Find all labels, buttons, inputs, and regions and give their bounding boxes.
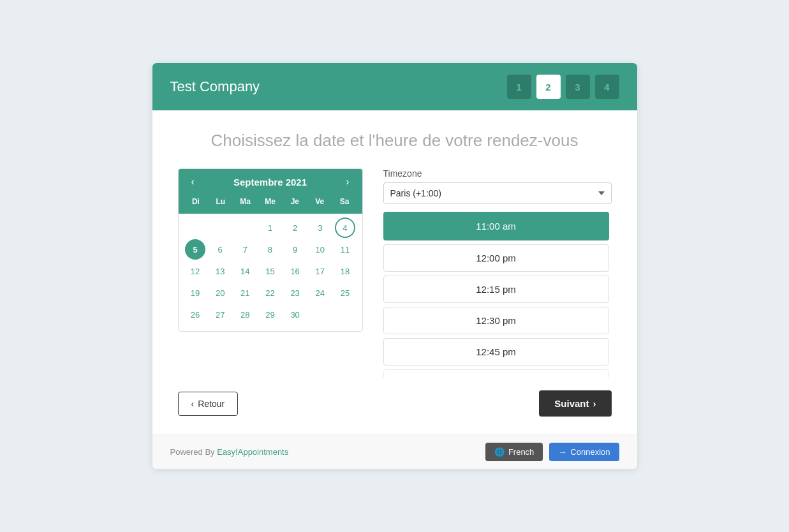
day-header-ma: Ma bbox=[233, 195, 258, 209]
timezone-label: Timezone bbox=[383, 168, 612, 179]
bottom-actions: 🌐 French → Connexion bbox=[485, 443, 619, 461]
cal-day-empty bbox=[310, 304, 330, 325]
step-2-button[interactable]: 2 bbox=[536, 75, 561, 99]
next-button[interactable]: Suivant › bbox=[539, 390, 611, 417]
day-header-lu: Lu bbox=[208, 195, 233, 209]
cal-day-9[interactable]: 9 bbox=[285, 239, 306, 260]
cal-day-8[interactable]: 8 bbox=[260, 239, 280, 260]
next-month-button[interactable]: › bbox=[342, 175, 353, 188]
step-indicators: 1 2 3 4 bbox=[507, 75, 619, 99]
cal-day-empty bbox=[210, 218, 230, 238]
day-header-di: Di bbox=[184, 195, 209, 209]
lang-label: French bbox=[508, 447, 534, 457]
timeslot-1215pm[interactable]: 12:15 pm bbox=[383, 276, 609, 303]
cal-day-11[interactable]: 11 bbox=[335, 239, 355, 260]
step-3-button[interactable]: 3 bbox=[566, 75, 590, 99]
timeslot-1200pm[interactable]: 12:00 pm bbox=[383, 244, 609, 272]
cal-day-7[interactable]: 7 bbox=[235, 239, 255, 260]
calendar-header: ‹ Septembre 2021 › bbox=[179, 169, 362, 195]
day-header-sa: Sa bbox=[332, 195, 357, 209]
cal-day-16[interactable]: 16 bbox=[285, 261, 306, 281]
day-header-ve: Ve bbox=[307, 195, 332, 209]
chevron-right-icon: › bbox=[593, 398, 596, 409]
login-icon: → bbox=[558, 447, 566, 457]
back-label: Retour bbox=[198, 399, 225, 409]
cal-day-27[interactable]: 27 bbox=[210, 304, 230, 325]
cal-day-19[interactable]: 19 bbox=[185, 283, 205, 303]
chevron-left-icon: ‹ bbox=[191, 399, 195, 409]
cal-day-14[interactable]: 14 bbox=[235, 261, 255, 281]
timeslot-1100am[interactable]: 11:00 am bbox=[383, 212, 609, 240]
cal-day-18[interactable]: 18 bbox=[335, 261, 355, 281]
step-1-button[interactable]: 1 bbox=[507, 75, 531, 99]
day-header-je: Je bbox=[283, 195, 307, 209]
cal-day-empty bbox=[335, 304, 355, 325]
cal-day-2[interactable]: 2 bbox=[285, 218, 306, 238]
timezone-select[interactable]: Paris (+1:00) London (+0:00) Berlin (+2:… bbox=[383, 182, 612, 204]
brand-link[interactable]: Easy!Appointments bbox=[217, 447, 288, 457]
powered-by: Powered By Easy!Appointments bbox=[170, 447, 289, 457]
timeslot-1245pm[interactable]: 12:45 pm bbox=[383, 338, 609, 366]
globe-icon: 🌐 bbox=[494, 447, 505, 457]
cal-day-26[interactable]: 26 bbox=[185, 304, 205, 325]
calendar-grid: 1 2 3 4 5 6 7 8 9 10 11 12 13 14 15 bbox=[179, 214, 362, 331]
cal-day-28[interactable]: 28 bbox=[235, 304, 255, 325]
calendar: ‹ Septembre 2021 › Di Lu Ma Me Je Ve Sa bbox=[178, 168, 363, 332]
login-label: Connexion bbox=[570, 447, 610, 457]
company-title: Test Company bbox=[170, 78, 260, 95]
cal-day-20[interactable]: 20 bbox=[210, 283, 230, 303]
back-button[interactable]: ‹ Retour bbox=[178, 392, 239, 416]
cal-day-13[interactable]: 13 bbox=[210, 261, 230, 281]
calendar-month-title: Septembre 2021 bbox=[233, 177, 307, 188]
timeslot-area: Timezone Paris (+1:00) London (+0:00) Be… bbox=[383, 168, 612, 378]
cal-day-29[interactable]: 29 bbox=[260, 304, 280, 325]
cal-day-23[interactable]: 23 bbox=[285, 283, 306, 303]
cal-day-6[interactable]: 6 bbox=[210, 239, 230, 260]
cal-day-empty bbox=[235, 218, 255, 238]
cal-day-10[interactable]: 10 bbox=[310, 239, 330, 260]
cal-day-1[interactable]: 1 bbox=[260, 218, 280, 238]
cal-day-3[interactable]: 3 bbox=[310, 218, 330, 238]
next-label: Suivant bbox=[554, 398, 589, 409]
step-4-button[interactable]: 4 bbox=[595, 75, 619, 99]
timeslot-100pm[interactable]: 1:00 pm bbox=[383, 369, 609, 378]
login-button[interactable]: → Connexion bbox=[549, 443, 619, 461]
content-area: ‹ Septembre 2021 › Di Lu Ma Me Je Ve Sa bbox=[178, 168, 612, 378]
body: Choisissez la date et l'heure de votre r… bbox=[152, 110, 637, 434]
cal-day-4[interactable]: 4 bbox=[335, 218, 355, 238]
cal-day-25[interactable]: 25 bbox=[335, 283, 355, 303]
cal-day-22[interactable]: 22 bbox=[260, 283, 280, 303]
cal-day-30[interactable]: 30 bbox=[285, 304, 306, 325]
cal-day-21[interactable]: 21 bbox=[235, 283, 255, 303]
timeslots-wrapper[interactable]: 11:00 am 12:00 pm 12:15 pm 12:30 pm 12:4… bbox=[383, 212, 612, 378]
prev-month-button[interactable]: ‹ bbox=[188, 175, 198, 188]
cal-day-12[interactable]: 12 bbox=[185, 261, 205, 281]
timeslot-1230pm[interactable]: 12:30 pm bbox=[383, 307, 609, 334]
bottom-bar: Powered By Easy!Appointments 🌐 French → … bbox=[152, 434, 637, 469]
language-button[interactable]: 🌐 French bbox=[485, 443, 543, 461]
cal-day-15[interactable]: 15 bbox=[260, 261, 280, 281]
cal-day-17[interactable]: 17 bbox=[310, 261, 330, 281]
cal-day-empty bbox=[185, 218, 205, 238]
day-header-me: Me bbox=[258, 195, 283, 209]
header: Test Company 1 2 3 4 bbox=[152, 63, 637, 110]
footer-nav: ‹ Retour Suivant › bbox=[178, 378, 612, 422]
calendar-days-header: Di Lu Ma Me Je Ve Sa bbox=[179, 195, 362, 214]
main-container: Test Company 1 2 3 4 Choisissez la date … bbox=[152, 63, 637, 469]
cal-day-24[interactable]: 24 bbox=[310, 283, 330, 303]
cal-day-5-today[interactable]: 5 bbox=[185, 239, 205, 260]
page-title: Choisissez la date et l'heure de votre r… bbox=[178, 131, 612, 151]
